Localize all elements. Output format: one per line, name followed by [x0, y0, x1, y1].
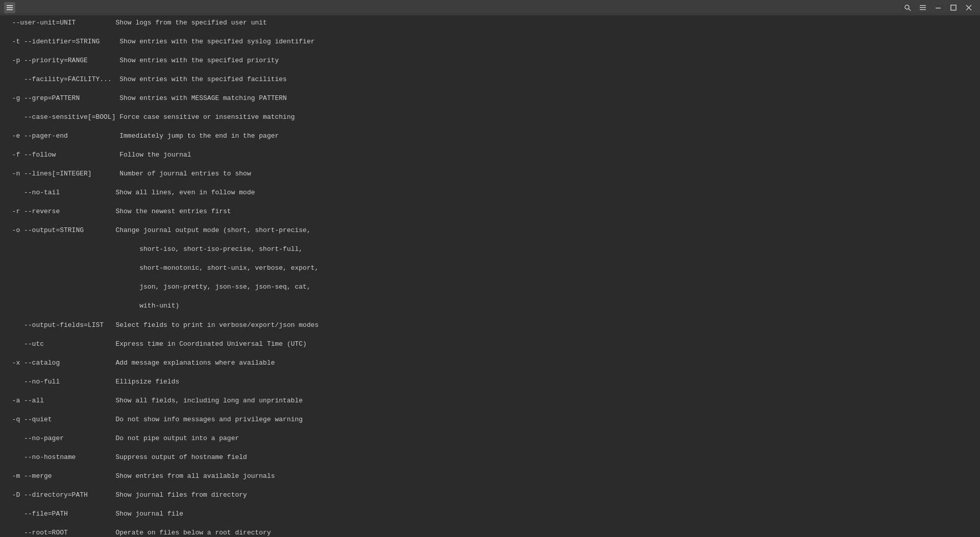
- terminal-line: -n --lines[=INTEGER] Number of journal e…: [4, 169, 976, 179]
- svg-rect-9: [951, 5, 956, 10]
- terminal-line: short-monotonic, short-unix, verbose, ex…: [4, 264, 976, 273]
- terminal-line: --case-sensitive[=BOOL] Force case sensi…: [4, 113, 976, 122]
- close-button[interactable]: [962, 1, 976, 15]
- terminal-line: --file=PATH Show journal file: [4, 509, 976, 519]
- minimize-button[interactable]: [931, 1, 945, 15]
- search-button[interactable]: [900, 1, 915, 15]
- terminal-line: -m --merge Show entries from all availab…: [4, 472, 976, 481]
- svg-rect-7: [920, 9, 926, 10]
- terminal-line: -e --pager-end Immediately jump to the e…: [4, 132, 976, 141]
- menu-icon[interactable]: [4, 2, 15, 13]
- hamburger-button[interactable]: [916, 1, 930, 15]
- svg-rect-5: [920, 5, 926, 6]
- svg-point-3: [905, 5, 909, 9]
- terminal-line: -q --quiet Do not show info messages and…: [4, 415, 976, 425]
- terminal-line: --no-full Ellipsize fields: [4, 377, 976, 387]
- svg-rect-1: [7, 7, 13, 8]
- maximize-button[interactable]: [946, 1, 961, 15]
- terminal-line: --no-pager Do not pipe output into a pag…: [4, 434, 976, 444]
- terminal-window: --user-unit=UNIT Show logs from the spec…: [0, 0, 980, 537]
- terminal-line: -x --catalog Add message explanations wh…: [4, 359, 976, 368]
- title-bar-left: [4, 2, 15, 13]
- svg-rect-6: [920, 7, 926, 8]
- terminal-line: --utc Express time in Coordinated Univer…: [4, 340, 976, 349]
- terminal-body[interactable]: --user-unit=UNIT Show logs from the spec…: [0, 15, 980, 537]
- terminal-line: --no-tail Show all lines, even in follow…: [4, 188, 976, 198]
- window-controls: [900, 1, 976, 15]
- svg-line-4: [909, 9, 911, 11]
- terminal-line: -g --grep=PATTERN Show entries with MESS…: [4, 94, 976, 104]
- svg-rect-2: [7, 9, 13, 10]
- terminal-line: -f --follow Follow the journal: [4, 150, 976, 160]
- terminal-line: -D --directory=PATH Show journal files f…: [4, 491, 976, 500]
- terminal-line: --facility=FACILITY... Show entries with…: [4, 75, 976, 85]
- terminal-line: -o --output=STRING Change journal output…: [4, 226, 976, 236]
- terminal-line: json, json-pretty, json-sse, json-seq, c…: [4, 283, 976, 292]
- terminal-line: -r --reverse Show the newest entries fir…: [4, 207, 976, 217]
- terminal-line: --root=ROOT Operate on files below a roo…: [4, 528, 976, 537]
- terminal-line: short-iso, short-iso-precise, short-full…: [4, 245, 976, 254]
- terminal-line: with-unit): [4, 301, 976, 311]
- terminal-line: --output-fields=LIST Select fields to pr…: [4, 321, 976, 330]
- terminal-line: -a --all Show all fields, including long…: [4, 396, 976, 406]
- terminal-line: --user-unit=UNIT Show logs from the spec…: [4, 18, 976, 28]
- terminal-line: --no-hostname Suppress output of hostnam…: [4, 453, 976, 463]
- terminal-line: -p --priority=RANGE Show entries with th…: [4, 56, 976, 66]
- svg-rect-0: [7, 5, 13, 6]
- terminal-line: -t --identifier=STRING Show entries with…: [4, 37, 976, 47]
- svg-rect-8: [936, 8, 941, 9]
- title-bar: [0, 0, 980, 15]
